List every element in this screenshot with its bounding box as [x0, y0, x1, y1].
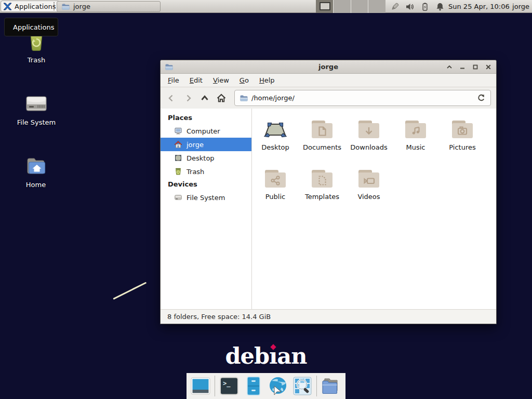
debian-wordmark-text: deb	[225, 343, 270, 369]
menu-help[interactable]: Help	[254, 74, 280, 86]
file-item-music[interactable]: Music	[392, 117, 439, 166]
file-item-label: Pictures	[439, 143, 486, 151]
debian-wordmark-text: an	[277, 343, 307, 369]
hard-drive-icon	[174, 193, 182, 202]
sidebar-item-label: File System	[187, 194, 225, 202]
menu-edit[interactable]: Edit	[184, 74, 208, 86]
file-item-label: Music	[392, 143, 439, 151]
file-item-label: Public	[252, 193, 299, 201]
panel-user-menu[interactable]: jorge	[512, 0, 529, 13]
top-panel: Applications jorge	[0, 0, 532, 13]
desktop-icon-label: Trash	[12, 56, 60, 64]
workspace-3[interactable]	[351, 0, 369, 13]
dock-separator	[316, 376, 317, 396]
file-item-downloads[interactable]: Downloads	[345, 117, 392, 166]
sidebar-item-jorge[interactable]: jorge	[161, 138, 251, 151]
menu-go[interactable]: Go	[234, 74, 254, 86]
file-item-videos[interactable]: Videos	[345, 166, 392, 216]
desktop-icon-label: Home	[12, 181, 60, 189]
sidebar-item-label: Desktop	[187, 154, 215, 162]
menu-view[interactable]: View	[208, 74, 234, 86]
desktop-icon-home[interactable]: Home	[12, 153, 60, 189]
sidebar-header-places: Places	[161, 112, 251, 124]
battery-charging-icon[interactable]	[420, 2, 430, 11]
workspace-2[interactable]	[334, 0, 351, 13]
sidebar-item-label: jorge	[187, 141, 204, 149]
sidebar-header-devices: Devices	[161, 178, 251, 191]
file-item-label: Desktop	[252, 143, 299, 151]
workspace-switcher	[316, 0, 385, 13]
sidebar: Places Computer	[161, 109, 252, 309]
file-manager-window: jorge File Edit View Go Help	[160, 60, 497, 324]
file-item-public[interactable]: Public	[252, 166, 299, 216]
folder-templates-icon	[299, 166, 345, 191]
panel-clock[interactable]: Sun 25 Apr, 10:06	[448, 0, 510, 13]
up-icon[interactable]	[198, 91, 211, 105]
toolbar: /home/jorge/	[161, 87, 496, 109]
file-item-desktop[interactable]: Desktop	[252, 117, 299, 166]
file-cabinet-icon[interactable]	[243, 376, 264, 396]
workspace-window-preview	[320, 2, 330, 10]
trash-icon	[174, 167, 182, 176]
file-item-templates[interactable]: Templates	[299, 166, 345, 216]
folder-icon	[240, 94, 248, 102]
close-icon[interactable]	[485, 63, 492, 71]
applications-menu-label: Applications	[15, 3, 56, 10]
applications-tooltip: Applications	[4, 18, 58, 36]
shade-icon[interactable]	[446, 63, 453, 71]
sidebar-item-label: Computer	[187, 127, 220, 135]
reload-icon[interactable]	[477, 94, 486, 102]
back-icon[interactable]	[165, 91, 178, 105]
menubar: File Edit View Go Help	[161, 74, 496, 87]
window-controls	[446, 63, 492, 71]
terminal-icon[interactable]: >_	[219, 376, 240, 396]
path-bar[interactable]: /home/jorge/	[234, 90, 491, 106]
panel-handle[interactable]	[54, 2, 56, 10]
sidebar-item-label: Trash	[187, 168, 204, 176]
terminal-prompt-glyph: >_	[223, 380, 231, 388]
dock-panel: >_	[187, 373, 345, 399]
folder-public-icon	[252, 166, 299, 191]
folder-videos-icon	[345, 166, 392, 191]
folder-pictures-icon	[439, 117, 486, 142]
sidebar-item-trash[interactable]: Trash	[161, 165, 251, 178]
application-finder-icon[interactable]	[292, 376, 313, 396]
window-titlebar[interactable]: jorge	[161, 60, 496, 74]
sidebar-item-desktop[interactable]: Desktop	[161, 151, 251, 165]
applications-menu-button[interactable]: Applications	[1, 1, 60, 12]
system-tray	[390, 0, 445, 13]
xfce-logo-icon	[3, 2, 12, 11]
file-item-label: Templates	[299, 193, 345, 201]
file-item-label: Downloads	[345, 143, 392, 151]
menu-file[interactable]: File	[163, 74, 184, 86]
file-item-documents[interactable]: Documents	[299, 117, 345, 166]
stray-line-artifact	[113, 282, 147, 299]
home-icon[interactable]	[215, 91, 228, 105]
taskbar-window-button[interactable]: jorge	[57, 1, 161, 12]
stylus-icon[interactable]	[390, 2, 400, 11]
file-item-label: Videos	[345, 193, 392, 201]
bell-icon[interactable]	[435, 2, 445, 11]
volume-icon[interactable]	[405, 2, 415, 11]
forward-icon[interactable]	[181, 91, 195, 105]
minimize-icon[interactable]	[459, 63, 466, 71]
path-text[interactable]: /home/jorge/	[251, 94, 295, 102]
folder-downloads-icon	[345, 117, 392, 142]
maximize-icon[interactable]	[472, 63, 479, 71]
sidebar-item-computer[interactable]: Computer	[161, 124, 251, 138]
debian-wordmark-i: ı	[269, 343, 277, 369]
folder-documents-icon	[299, 117, 345, 142]
web-browser-icon[interactable]	[268, 376, 288, 396]
file-grid: Desktop Documents	[252, 109, 496, 309]
hard-drive-icon	[12, 91, 60, 116]
sidebar-item-file-system[interactable]: File System	[161, 191, 251, 204]
workspace-4[interactable]	[368, 0, 385, 13]
file-item-pictures[interactable]: Pictures	[439, 117, 486, 166]
folder-music-icon	[392, 117, 439, 142]
desktop-icon	[174, 154, 182, 162]
statusbar: 8 folders, Free space: 14.4 GiB	[161, 309, 496, 324]
workspace-1[interactable]	[316, 0, 334, 13]
folder-stack-icon[interactable]	[321, 376, 341, 396]
desktop-icon-file-system[interactable]: File System	[12, 91, 60, 126]
show-desktop-icon[interactable]	[190, 376, 211, 396]
